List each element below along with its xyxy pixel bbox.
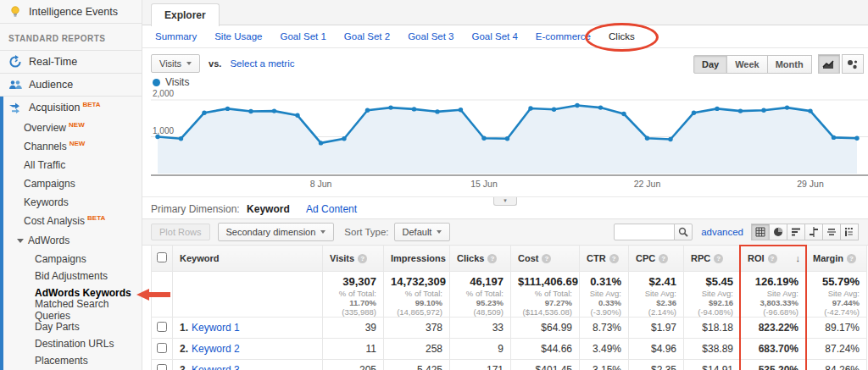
column-header-cpc[interactable]: CPC?	[629, 246, 684, 272]
table-grid-icon	[755, 227, 765, 237]
advanced-search-link[interactable]: advanced	[701, 227, 743, 237]
dimension-ad-content[interactable]: Ad Content	[306, 203, 357, 215]
sort-type-label: Sort Type:	[344, 227, 388, 237]
sidebar-item-adwords[interactable]: AdWords	[0, 230, 142, 251]
sidebar-item-keywords[interactable]: Keywords	[0, 193, 142, 212]
sort-type-value: Default	[403, 227, 432, 237]
column-header-ctr[interactable]: CTR?	[580, 246, 629, 272]
sidebar-item-bid-adjustments[interactable]: Bid Adjustments	[0, 268, 142, 284]
subtab-goal-set-1[interactable]: Goal Set 1	[280, 31, 326, 41]
sidebar-item-label: Placements	[35, 355, 88, 367]
line-chart-view-button[interactable]	[818, 54, 840, 74]
subtab-goal-set-4[interactable]: Goal Set 4	[472, 31, 518, 41]
vs-label: vs.	[209, 58, 221, 69]
motion-chart-icon	[847, 59, 859, 69]
help-icon[interactable]: ?	[659, 254, 668, 263]
sidebar-item-intelligence-events[interactable]: Intelligence Events	[0, 0, 142, 23]
column-header-visits[interactable]: Visits?	[323, 246, 384, 272]
subtab-goal-set-2[interactable]: Goal Set 2	[344, 31, 390, 41]
series-color-dot	[153, 79, 160, 86]
search-input[interactable]	[614, 224, 675, 240]
sidebar-item-destination-urls[interactable]: Destination URLs	[0, 335, 142, 352]
granularity-day-button[interactable]: Day	[693, 55, 727, 74]
realtime-clock-icon	[8, 55, 24, 69]
sidebar-item-label: Campaigns	[24, 178, 75, 190]
granularity-week-button[interactable]: Week	[726, 55, 768, 74]
row-checkbox[interactable]	[157, 343, 167, 353]
sidebar-item-matched-search-queries[interactable]: Matched Search Queries	[0, 301, 142, 318]
help-icon[interactable]: ?	[542, 254, 551, 263]
column-header-keyword[interactable]: Keyword	[173, 246, 323, 272]
sidebar-item-label: Matched Search Queries	[35, 298, 142, 322]
dimension-keyword[interactable]: Keyword	[247, 203, 290, 215]
pivot-view-button[interactable]	[840, 224, 859, 240]
beta-badge: BETA	[82, 101, 100, 108]
sidebar-item-real-time[interactable]: Real-Time	[0, 50, 142, 73]
column-header-margin[interactable]: Margin?	[806, 246, 867, 272]
sidebar-item-label: Intelligence Events	[29, 6, 118, 18]
keyword-link[interactable]: Keyword 1	[192, 322, 240, 334]
help-icon[interactable]: ?	[768, 254, 777, 263]
column-header-clicks[interactable]: Clicks?	[450, 246, 511, 272]
svg-text:15 Jun: 15 Jun	[470, 179, 498, 189]
chart-collapse-button[interactable]: ▾	[493, 197, 517, 206]
sidebar-item-all-traffic[interactable]: All Traffic	[0, 156, 142, 174]
sidebar: Intelligence Events STANDARD REPORTS Rea…	[0, 0, 142, 370]
select-all-checkbox[interactable]	[157, 252, 167, 262]
search-button[interactable]	[674, 224, 693, 240]
select-metric-link[interactable]: Select a metric	[230, 58, 294, 69]
motion-chart-view-button[interactable]	[842, 54, 864, 74]
sidebar-item-label: Real-Time	[29, 56, 77, 68]
sidebar-item-adwords-campaigns[interactable]: Campaigns	[0, 251, 142, 268]
table-header-row: Keyword Visits? Impressions? Clicks? Cos…	[152, 246, 867, 272]
comparison-icon	[809, 227, 819, 237]
column-header-rpc[interactable]: RPC?	[684, 246, 741, 272]
subtab-site-usage[interactable]: Site Usage	[214, 31, 262, 41]
lightbulb-icon	[8, 5, 24, 19]
percentage-view-button[interactable]	[769, 224, 787, 240]
table-view-button[interactable]	[751, 224, 770, 240]
sidebar-item-overview[interactable]: Overview NEW	[0, 119, 142, 137]
performance-view-button[interactable]	[787, 224, 805, 240]
column-header-roi[interactable]: ROI?↓	[741, 246, 806, 272]
sidebar-item-label: Keywords	[24, 196, 69, 208]
sidebar-item-campaigns[interactable]: Campaigns	[0, 174, 142, 193]
visits-over-time-chart[interactable]: 1,0002,0008 Jun15 Jun22 Jun29 Jun	[151, 88, 868, 196]
sidebar-item-label: Overview	[24, 122, 66, 134]
sidebar-item-channels[interactable]: Channels NEW	[0, 137, 142, 156]
help-icon[interactable]: ?	[609, 254, 619, 263]
row-checkbox[interactable]	[157, 364, 167, 370]
help-icon[interactable]: ?	[847, 254, 856, 263]
keyword-link[interactable]: Keyword 2	[192, 343, 240, 355]
svg-text:29 Jun: 29 Jun	[797, 179, 824, 189]
help-icon[interactable]: ?	[487, 254, 497, 263]
term-cloud-view-button[interactable]	[822, 224, 841, 240]
sort-type-dropdown[interactable]: Default	[394, 223, 451, 241]
help-icon[interactable]: ?	[358, 254, 367, 263]
help-icon[interactable]: ?	[714, 254, 723, 263]
sidebar-item-cost-analysis[interactable]: Cost Analysis BETA	[0, 212, 142, 230]
metric-dropdown[interactable]: Visits	[151, 54, 200, 73]
audience-people-icon	[8, 78, 24, 91]
sidebar-item-placements[interactable]: Placements	[0, 352, 142, 369]
subtab-goal-set-3[interactable]: Goal Set 3	[408, 31, 453, 41]
subtab-ecommerce[interactable]: E-commerce	[536, 31, 591, 41]
chevron-down-icon	[437, 230, 442, 234]
granularity-month-button[interactable]: Month	[767, 55, 812, 74]
plot-rows-button[interactable]: Plot Rows	[151, 224, 210, 240]
sidebar-item-acquisition[interactable]: Acquisition BETA	[0, 96, 142, 119]
subtab-clicks[interactable]: Clicks	[609, 31, 635, 41]
sidebar-item-label: AdWords Keywords	[35, 287, 131, 299]
subtab-summary[interactable]: Summary	[155, 31, 197, 41]
metric-dropdown-value: Visits	[159, 58, 181, 69]
column-header-impressions[interactable]: Impressions?	[384, 246, 450, 272]
keyword-link[interactable]: Keyword 3	[192, 364, 240, 370]
secondary-dimension-dropdown[interactable]: Secondary dimension	[218, 223, 335, 241]
row-checkbox[interactable]	[157, 322, 167, 332]
table-totals-row: 39,307% of Total: 11.70% (335,988) 14,73…	[152, 272, 867, 318]
keywords-table: Keyword Visits? Impressions? Clicks? Cos…	[151, 245, 867, 370]
tab-explorer[interactable]: Explorer	[151, 3, 220, 26]
column-header-cost[interactable]: Cost?	[511, 246, 580, 272]
sidebar-item-audience[interactable]: Audience	[0, 73, 142, 96]
comparison-view-button[interactable]	[804, 224, 823, 240]
